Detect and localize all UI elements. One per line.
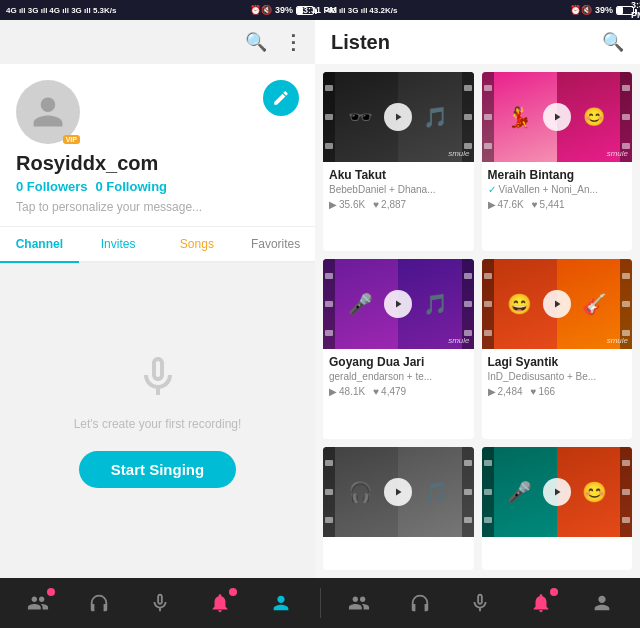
film-strip-left-6 bbox=[482, 447, 494, 537]
left-speed: 4G ıll 3G ıll 5.3K/s bbox=[49, 6, 116, 15]
follow-stats: 0 Followers 0 Following bbox=[16, 179, 299, 194]
tab-favorites[interactable]: Favorites bbox=[236, 227, 315, 261]
search-icon[interactable]: 🔍 bbox=[245, 31, 267, 53]
left-people-badge bbox=[47, 588, 55, 596]
left-battery-icon bbox=[296, 6, 314, 15]
film-strip-right-6 bbox=[620, 447, 632, 537]
right-notification-icons: ⏰🔇 bbox=[570, 5, 592, 15]
listen-title: Listen bbox=[331, 31, 390, 54]
right-panel: Listen 🔍 🕶️ 🎵 bbox=[315, 20, 640, 578]
tab-channel[interactable]: Channel bbox=[0, 227, 79, 261]
right-nav-profile[interactable] bbox=[583, 588, 621, 618]
left-nav-profile[interactable] bbox=[262, 588, 300, 618]
song-stats-4: ▶2,484 ♥166 bbox=[488, 386, 627, 397]
film-strip-left-5 bbox=[323, 447, 335, 537]
left-notification-icons: ⏰🔇 bbox=[250, 5, 272, 15]
smule-watermark-4: smule bbox=[607, 336, 628, 345]
following-stat[interactable]: 0 Following bbox=[96, 179, 168, 194]
song-card-6[interactable]: 🎤 😊 bbox=[482, 447, 633, 570]
avatar: VIP bbox=[16, 80, 80, 144]
vip-badge: VIP bbox=[63, 135, 80, 144]
song-title-1: Aku Takut bbox=[329, 168, 468, 182]
film-strip-left-1 bbox=[323, 72, 335, 162]
film-strip-left-4 bbox=[482, 259, 494, 349]
tab-songs[interactable]: Songs bbox=[158, 227, 237, 261]
song-stats-1: ▶35.6K ♥2,887 bbox=[329, 199, 468, 210]
tab-invites[interactable]: Invites bbox=[79, 227, 158, 261]
left-nav-people[interactable] bbox=[19, 588, 57, 618]
film-strip-left-3 bbox=[323, 259, 335, 349]
smule-watermark-2: smule bbox=[607, 149, 628, 158]
smule-watermark-1: smule bbox=[448, 149, 469, 158]
film-strip-right-5 bbox=[462, 447, 474, 537]
tabs-row: Channel Invites Songs Favorites bbox=[0, 226, 315, 263]
empty-state-text: Let's create your first recording! bbox=[74, 417, 242, 431]
song-card-1[interactable]: 🕶️ 🎵 smule Aku Takut BebebDaniel + Dhana… bbox=[323, 72, 474, 251]
song-card-3[interactable]: 🎤 🎵 smule Goyang Dua Jari gerald_endarso… bbox=[323, 259, 474, 438]
edit-profile-button[interactable] bbox=[263, 80, 299, 116]
song-artists-4: InD_Dedisusanto + Be... bbox=[488, 371, 627, 382]
menu-icon[interactable]: ⋮ bbox=[283, 30, 303, 54]
left-panel: 🔍 ⋮ VIP Rosyiddx_ bbox=[0, 20, 315, 578]
song-title-4: Lagi Syantik bbox=[488, 355, 627, 369]
song-stats-2: ▶47.6K ♥5,441 bbox=[488, 199, 627, 210]
left-header: 🔍 ⋮ bbox=[0, 20, 315, 64]
song-card-2[interactable]: 💃 😊 smule Meraih Bintang ✓ ViaVa bbox=[482, 72, 633, 251]
smule-watermark-3: smule bbox=[448, 336, 469, 345]
play-button-6[interactable] bbox=[543, 478, 571, 506]
channel-content: Let's create your first recording! Start… bbox=[0, 263, 315, 578]
left-nav-headphones[interactable] bbox=[80, 588, 118, 618]
play-button-2[interactable] bbox=[543, 103, 571, 131]
song-card-4[interactable]: 😄 🎸 smule Lagi Syantik InD_Dedisusanto +… bbox=[482, 259, 633, 438]
right-nav bbox=[321, 588, 641, 618]
left-nav bbox=[0, 588, 320, 618]
right-battery-pct: 39% bbox=[595, 5, 613, 15]
play-button-3[interactable] bbox=[384, 290, 412, 318]
song-artists-2: ✓ ViaVallen + Noni_An... bbox=[488, 184, 627, 195]
left-battery-pct: 39% bbox=[275, 5, 293, 15]
left-bell-badge bbox=[229, 588, 237, 596]
personalize-message[interactable]: Tap to personalize your message... bbox=[16, 200, 299, 214]
left-nav-bell[interactable] bbox=[201, 588, 239, 618]
bottom-nav bbox=[0, 578, 640, 628]
right-search-icon[interactable]: 🔍 bbox=[602, 31, 624, 53]
right-nav-microphone[interactable] bbox=[461, 588, 499, 618]
song-title-2: Meraih Bintang bbox=[488, 168, 627, 182]
song-stats-3: ▶48.1K ♥4,479 bbox=[329, 386, 468, 397]
play-button-5[interactable] bbox=[384, 478, 412, 506]
songs-grid: 🕶️ 🎵 smule Aku Takut BebebDaniel + Dhana… bbox=[315, 64, 640, 578]
song-title-3: Goyang Dua Jari bbox=[329, 355, 468, 369]
right-bell-badge bbox=[550, 588, 558, 596]
start-singing-button[interactable]: Start Singing bbox=[79, 451, 236, 488]
song-card-5[interactable]: 🎧 🎵 bbox=[323, 447, 474, 570]
right-battery-icon bbox=[616, 6, 634, 15]
song-artists-1: BebebDaniel + Dhana... bbox=[329, 184, 468, 195]
right-nav-bell[interactable] bbox=[522, 588, 560, 618]
right-nav-people[interactable] bbox=[340, 588, 378, 618]
song-artists-3: gerald_endarson + te... bbox=[329, 371, 468, 382]
left-signal-icon: 4G ıll 3G ıll bbox=[6, 6, 47, 15]
right-speed: 43.2K/s bbox=[369, 6, 397, 15]
mic-icon bbox=[134, 353, 182, 405]
play-button-1[interactable] bbox=[384, 103, 412, 131]
profile-section: VIP Rosyiddx_com 0 Followers 0 Following… bbox=[0, 64, 315, 226]
film-strip-left-2 bbox=[482, 72, 494, 162]
right-panel-header: Listen 🔍 bbox=[315, 20, 640, 64]
verified-icon-2: ✓ bbox=[488, 184, 496, 195]
followers-stat[interactable]: 0 Followers bbox=[16, 179, 88, 194]
play-button-4[interactable] bbox=[543, 290, 571, 318]
right-nav-headphones[interactable] bbox=[401, 588, 439, 618]
username: Rosyiddx_com bbox=[16, 152, 299, 175]
left-nav-microphone[interactable] bbox=[141, 588, 179, 618]
